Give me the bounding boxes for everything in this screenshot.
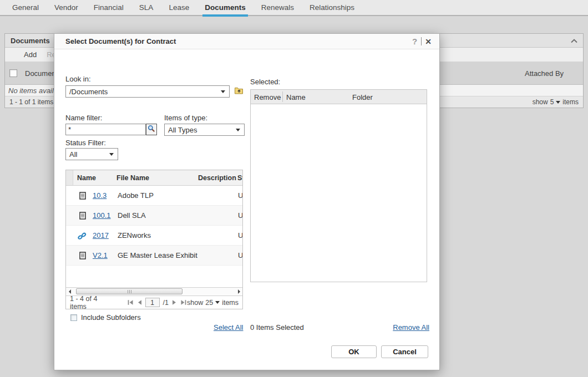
look-in-label: Look in: [65,75,91,83]
tab-renewals[interactable]: Renewals [261,0,294,16]
file-name-text: ZENworks [118,231,151,240]
select-documents-dialog: Select Document(s) for Contract ? ✕ Look… [54,33,440,370]
file-table-header: Name File Name Description St [66,170,242,186]
add-button[interactable]: Add [24,50,37,59]
status-text: Ur [238,191,242,200]
include-subfolders-label: Include Subfolders [81,313,141,322]
items-selected-text: 0 Items Selected [250,323,304,332]
status-text: Ur [238,231,242,240]
table-row: V2.1 GE Master Lease Exhibit Ur [66,246,242,266]
icon-column-header [66,170,73,185]
chevron-down-icon [236,129,240,131]
file-name-text: Adobe TLP [118,191,154,200]
items-of-type-label: Items of type: [164,114,207,122]
status-filter-select[interactable]: All [65,148,118,160]
panel-page-size-select[interactable]: show 5 items [533,98,579,106]
include-subfolders-row: Include Subfolders [70,313,141,322]
folder-up-icon [234,86,244,96]
folder-up-button[interactable] [234,86,244,96]
horizontal-scrollbar[interactable] [66,287,242,296]
column-remove: Remove [254,93,281,101]
dialog-title-bar: Select Document(s) for Contract ? ✕ [54,34,439,49]
documents-panel-title: Documents [11,37,50,45]
column-separator [282,91,283,102]
document-version-link[interactable]: 10.3 [93,191,107,200]
last-page-icon[interactable] [180,299,187,305]
page-size-select[interactable]: show 25 items [187,299,239,307]
panel-item-range: 1 - 1 of 1 items [9,98,53,106]
column-name: Name [286,93,306,101]
ok-button[interactable]: OK [331,345,377,358]
tab-general[interactable]: General [12,0,39,16]
document-version-link[interactable]: V2.1 [93,251,108,259]
page-size-value: 5 [550,98,554,106]
item-range-text: 1 - 4 of 4 items [70,295,109,310]
next-page-icon[interactable] [172,299,177,305]
show-label: show [187,299,203,307]
cancel-button[interactable]: Cancel [381,345,428,358]
search-button[interactable] [146,124,157,135]
scrollbar-grip [129,290,130,293]
document-icon [79,212,86,221]
help-icon[interactable]: ? [409,37,420,46]
name-filter-label: Name filter: [65,114,102,122]
chevron-down-icon [215,301,220,304]
document-version-link[interactable]: 2017 [93,231,109,240]
close-icon[interactable]: ✕ [423,37,434,46]
tab-financial[interactable]: Financial [94,0,124,16]
select-all-checkbox[interactable] [9,69,17,77]
scroll-left-arrow-icon[interactable] [66,288,73,296]
column-name[interactable]: Name [77,174,96,182]
tab-documents[interactable]: Documents [205,0,246,16]
remove-all-link[interactable]: Remove All [393,323,429,332]
tab-bar: General Vendor Financial SLA Lease Docum… [0,0,588,16]
link-icon [77,232,87,242]
tab-vendor[interactable]: Vendor [54,0,78,16]
scroll-right-arrow-icon[interactable] [235,288,242,296]
items-of-type-select[interactable]: All Types [164,124,245,136]
page-count-text: /1 [163,299,169,307]
dialog-title: Select Document(s) for Contract [65,37,176,45]
first-page-icon[interactable] [127,299,134,305]
status-text: Ur [238,211,242,220]
include-subfolders-checkbox[interactable] [70,314,77,321]
column-folder: Folder [352,93,373,101]
items-of-type-value: All Types [168,126,197,134]
collapse-panel-button[interactable] [571,37,577,45]
show-label: show [533,98,548,106]
file-table-body: 10.3 Adobe TLP Ur 100.1 Dell SLA Ur [66,186,242,287]
document-icon [79,192,86,201]
column-file-name[interactable]: File Name [116,174,149,182]
selected-label: Selected: [250,78,280,86]
column-attached-by: Attached By [525,69,564,78]
scrollbar-thumb[interactable] [76,288,183,294]
column-status[interactable]: St [237,174,242,182]
look-in-value: /Documents [69,88,108,96]
file-name-text: GE Master Lease Exhibit [118,251,197,259]
tab-lease[interactable]: Lease [169,0,189,16]
name-filter-input[interactable] [65,124,146,135]
previous-page-icon[interactable] [137,299,142,305]
items-label: items [222,299,239,307]
chevron-down-icon [221,90,225,93]
status-text: Ur [238,251,242,259]
page-number-input[interactable] [145,298,160,307]
file-name-text: Dell SLA [118,211,146,220]
table-row: 10.3 Adobe TLP Ur [66,186,242,206]
search-icon [148,125,155,134]
status-filter-value: All [69,150,77,159]
select-all-link[interactable]: Select All [214,323,243,332]
document-icon [79,252,86,261]
file-table-pagination: 1 - 4 of 4 items /1 show 25 [66,296,242,309]
column-description[interactable]: Description [198,174,236,182]
selected-table: Remove Name Folder [250,89,427,282]
file-table: Name File Name Description St 10.3 Adobe… [65,170,243,309]
tab-relationships[interactable]: Relationships [310,0,354,16]
look-in-select[interactable]: /Documents [65,85,230,98]
document-version-link[interactable]: 100.1 [93,211,111,220]
page-size-value: 25 [205,299,213,307]
tab-sla[interactable]: SLA [139,0,154,16]
selected-table-body [251,104,427,282]
chevron-down-icon [556,101,560,104]
items-label: items [562,98,579,106]
